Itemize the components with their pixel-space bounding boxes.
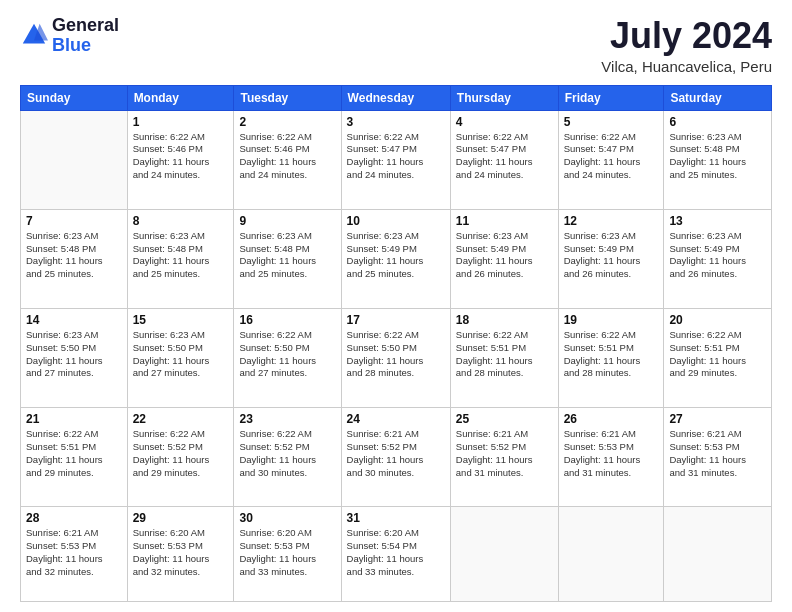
day-number: 8 — [133, 214, 229, 228]
day-detail: Sunrise: 6:22 AM Sunset: 5:52 PM Dayligh… — [239, 428, 335, 479]
day-cell: 9Sunrise: 6:23 AM Sunset: 5:48 PM Daylig… — [234, 209, 341, 308]
logo-blue: Blue — [52, 36, 119, 56]
day-cell: 23Sunrise: 6:22 AM Sunset: 5:52 PM Dayli… — [234, 408, 341, 507]
day-cell: 20Sunrise: 6:22 AM Sunset: 5:51 PM Dayli… — [664, 309, 772, 408]
day-number: 3 — [347, 115, 445, 129]
day-cell: 25Sunrise: 6:21 AM Sunset: 5:52 PM Dayli… — [450, 408, 558, 507]
day-number: 26 — [564, 412, 659, 426]
day-detail: Sunrise: 6:23 AM Sunset: 5:48 PM Dayligh… — [26, 230, 122, 281]
day-number: 4 — [456, 115, 553, 129]
day-detail: Sunrise: 6:20 AM Sunset: 5:53 PM Dayligh… — [133, 527, 229, 578]
day-detail: Sunrise: 6:22 AM Sunset: 5:47 PM Dayligh… — [456, 131, 553, 182]
day-number: 12 — [564, 214, 659, 228]
day-cell: 10Sunrise: 6:23 AM Sunset: 5:49 PM Dayli… — [341, 209, 450, 308]
day-cell: 6Sunrise: 6:23 AM Sunset: 5:48 PM Daylig… — [664, 110, 772, 209]
day-cell: 3Sunrise: 6:22 AM Sunset: 5:47 PM Daylig… — [341, 110, 450, 209]
day-number: 13 — [669, 214, 766, 228]
col-header-monday: Monday — [127, 85, 234, 110]
day-cell: 29Sunrise: 6:20 AM Sunset: 5:53 PM Dayli… — [127, 507, 234, 602]
day-number: 10 — [347, 214, 445, 228]
col-header-wednesday: Wednesday — [341, 85, 450, 110]
day-cell: 1Sunrise: 6:22 AM Sunset: 5:46 PM Daylig… — [127, 110, 234, 209]
col-header-saturday: Saturday — [664, 85, 772, 110]
header: General Blue July 2024 Vilca, Huancaveli… — [20, 16, 772, 75]
day-detail: Sunrise: 6:22 AM Sunset: 5:52 PM Dayligh… — [133, 428, 229, 479]
day-cell: 16Sunrise: 6:22 AM Sunset: 5:50 PM Dayli… — [234, 309, 341, 408]
day-cell: 22Sunrise: 6:22 AM Sunset: 5:52 PM Dayli… — [127, 408, 234, 507]
day-cell: 2Sunrise: 6:22 AM Sunset: 5:46 PM Daylig… — [234, 110, 341, 209]
day-cell: 8Sunrise: 6:23 AM Sunset: 5:48 PM Daylig… — [127, 209, 234, 308]
logo-icon — [20, 21, 48, 49]
col-header-tuesday: Tuesday — [234, 85, 341, 110]
day-cell: 7Sunrise: 6:23 AM Sunset: 5:48 PM Daylig… — [21, 209, 128, 308]
page: General Blue July 2024 Vilca, Huancaveli… — [0, 0, 792, 612]
day-number: 20 — [669, 313, 766, 327]
day-number: 6 — [669, 115, 766, 129]
logo-general: General — [52, 16, 119, 36]
day-number: 28 — [26, 511, 122, 525]
day-cell — [21, 110, 128, 209]
day-cell — [450, 507, 558, 602]
location: Vilca, Huancavelica, Peru — [601, 58, 772, 75]
day-number: 1 — [133, 115, 229, 129]
day-cell: 17Sunrise: 6:22 AM Sunset: 5:50 PM Dayli… — [341, 309, 450, 408]
day-cell: 19Sunrise: 6:22 AM Sunset: 5:51 PM Dayli… — [558, 309, 664, 408]
day-detail: Sunrise: 6:23 AM Sunset: 5:49 PM Dayligh… — [564, 230, 659, 281]
day-detail: Sunrise: 6:23 AM Sunset: 5:48 PM Dayligh… — [669, 131, 766, 182]
day-detail: Sunrise: 6:22 AM Sunset: 5:51 PM Dayligh… — [456, 329, 553, 380]
day-detail: Sunrise: 6:23 AM Sunset: 5:48 PM Dayligh… — [239, 230, 335, 281]
day-number: 23 — [239, 412, 335, 426]
day-number: 22 — [133, 412, 229, 426]
day-detail: Sunrise: 6:20 AM Sunset: 5:54 PM Dayligh… — [347, 527, 445, 578]
day-detail: Sunrise: 6:22 AM Sunset: 5:47 PM Dayligh… — [564, 131, 659, 182]
day-detail: Sunrise: 6:22 AM Sunset: 5:50 PM Dayligh… — [347, 329, 445, 380]
col-header-thursday: Thursday — [450, 85, 558, 110]
day-number: 7 — [26, 214, 122, 228]
day-detail: Sunrise: 6:21 AM Sunset: 5:53 PM Dayligh… — [564, 428, 659, 479]
day-cell: 15Sunrise: 6:23 AM Sunset: 5:50 PM Dayli… — [127, 309, 234, 408]
month-title: July 2024 — [601, 16, 772, 56]
day-detail: Sunrise: 6:22 AM Sunset: 5:50 PM Dayligh… — [239, 329, 335, 380]
day-cell: 12Sunrise: 6:23 AM Sunset: 5:49 PM Dayli… — [558, 209, 664, 308]
day-detail: Sunrise: 6:22 AM Sunset: 5:46 PM Dayligh… — [133, 131, 229, 182]
day-number: 9 — [239, 214, 335, 228]
day-number: 25 — [456, 412, 553, 426]
day-cell: 27Sunrise: 6:21 AM Sunset: 5:53 PM Dayli… — [664, 408, 772, 507]
day-number: 14 — [26, 313, 122, 327]
day-detail: Sunrise: 6:20 AM Sunset: 5:53 PM Dayligh… — [239, 527, 335, 578]
day-cell: 28Sunrise: 6:21 AM Sunset: 5:53 PM Dayli… — [21, 507, 128, 602]
day-number: 30 — [239, 511, 335, 525]
day-number: 17 — [347, 313, 445, 327]
col-header-sunday: Sunday — [21, 85, 128, 110]
day-detail: Sunrise: 6:22 AM Sunset: 5:47 PM Dayligh… — [347, 131, 445, 182]
week-row-1: 1Sunrise: 6:22 AM Sunset: 5:46 PM Daylig… — [21, 110, 772, 209]
day-cell: 30Sunrise: 6:20 AM Sunset: 5:53 PM Dayli… — [234, 507, 341, 602]
logo: General Blue — [20, 16, 119, 56]
day-cell: 26Sunrise: 6:21 AM Sunset: 5:53 PM Dayli… — [558, 408, 664, 507]
day-number: 31 — [347, 511, 445, 525]
day-detail: Sunrise: 6:23 AM Sunset: 5:48 PM Dayligh… — [133, 230, 229, 281]
day-detail: Sunrise: 6:23 AM Sunset: 5:50 PM Dayligh… — [26, 329, 122, 380]
day-cell: 11Sunrise: 6:23 AM Sunset: 5:49 PM Dayli… — [450, 209, 558, 308]
week-row-5: 28Sunrise: 6:21 AM Sunset: 5:53 PM Dayli… — [21, 507, 772, 602]
day-cell — [664, 507, 772, 602]
day-number: 2 — [239, 115, 335, 129]
day-number: 29 — [133, 511, 229, 525]
day-detail: Sunrise: 6:23 AM Sunset: 5:49 PM Dayligh… — [669, 230, 766, 281]
day-cell: 18Sunrise: 6:22 AM Sunset: 5:51 PM Dayli… — [450, 309, 558, 408]
day-cell: 4Sunrise: 6:22 AM Sunset: 5:47 PM Daylig… — [450, 110, 558, 209]
day-number: 16 — [239, 313, 335, 327]
logo-text: General Blue — [52, 16, 119, 56]
day-cell — [558, 507, 664, 602]
day-number: 19 — [564, 313, 659, 327]
day-detail: Sunrise: 6:21 AM Sunset: 5:52 PM Dayligh… — [347, 428, 445, 479]
day-number: 18 — [456, 313, 553, 327]
day-detail: Sunrise: 6:23 AM Sunset: 5:50 PM Dayligh… — [133, 329, 229, 380]
week-row-2: 7Sunrise: 6:23 AM Sunset: 5:48 PM Daylig… — [21, 209, 772, 308]
day-cell: 24Sunrise: 6:21 AM Sunset: 5:52 PM Dayli… — [341, 408, 450, 507]
week-row-3: 14Sunrise: 6:23 AM Sunset: 5:50 PM Dayli… — [21, 309, 772, 408]
day-number: 5 — [564, 115, 659, 129]
day-number: 15 — [133, 313, 229, 327]
title-block: July 2024 Vilca, Huancavelica, Peru — [601, 16, 772, 75]
day-number: 21 — [26, 412, 122, 426]
